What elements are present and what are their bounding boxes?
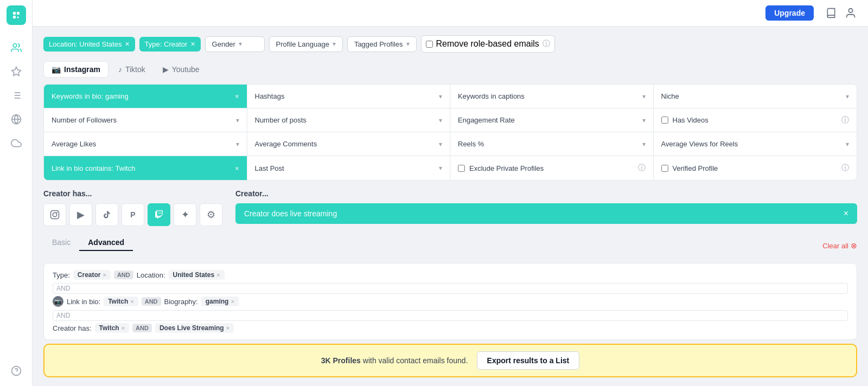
svg-point-15 [57, 213, 58, 213]
link-bio-filter[interactable]: Link in bio contains: Twitch × [44, 156, 247, 180]
exclude-private-info-icon[interactable]: ⓘ [638, 163, 646, 173]
gender-dropdown[interactable]: Gender ▾ [205, 36, 265, 52]
user-circle-icon[interactable] [842, 4, 859, 22]
query-twitch-tag[interactable]: Twitch × [95, 323, 130, 333]
query-type-tag[interactable]: Creator × [73, 270, 111, 280]
has-videos-info-icon[interactable]: ⓘ [841, 115, 849, 125]
has-videos-checkbox[interactable] [661, 117, 668, 124]
location-chip-close[interactable]: × [125, 40, 129, 48]
sidebar-item-cloud[interactable] [7, 133, 26, 153]
creator-has-twitch-btn[interactable] [148, 203, 170, 226]
creator-has-settings-btn[interactable]: ⚙ [200, 203, 222, 226]
creator-has-tiktok-btn[interactable] [95, 203, 118, 226]
query-box: Type: Creator × AND Location: United Sta… [43, 263, 857, 340]
has-videos-label: Has Videos [673, 116, 709, 124]
tab-advanced[interactable]: Advanced [79, 235, 133, 251]
exclude-private-filter[interactable]: Exclude Private Profiles ⓘ [450, 156, 654, 180]
sidebar-item-users[interactable] [7, 38, 26, 57]
profile-language-dropdown[interactable]: Profile Language ▾ [269, 36, 343, 52]
query-type-val: Creator [78, 271, 101, 279]
hashtags-chevron-icon: ▾ [439, 93, 442, 100]
query-link-prefix: Link in bio: [67, 298, 100, 306]
avg-comments-chevron-icon: ▾ [439, 140, 442, 148]
query-line-1: Type: Creator × AND Location: United Sta… [53, 270, 848, 280]
tab-basic[interactable]: Basic [43, 235, 79, 251]
posts-label: Number of posts [255, 116, 307, 124]
keywords-bio-label: Keywords in bio: gaming [52, 92, 129, 100]
svg-point-12 [848, 9, 852, 12]
exclude-private-checkbox[interactable] [458, 165, 465, 172]
exclude-private-label: Exclude Private Profiles [469, 164, 544, 172]
tab-tiktok[interactable]: ♪ Tiktok [111, 61, 153, 78]
query-bio-tag[interactable]: gaming × [201, 297, 239, 306]
app-logo [7, 5, 26, 25]
engagement-filter[interactable]: Engagement Rate ▾ [450, 108, 654, 132]
link-bio-close-icon[interactable]: × [235, 164, 239, 172]
remove-role-filter[interactable]: Remove role-based emails ⓘ [421, 35, 555, 53]
niche-chevron-icon: ▾ [846, 93, 849, 100]
remove-role-checkbox[interactable] [426, 41, 433, 48]
engagement-label: Engagement Rate [458, 116, 515, 124]
creator-has-patreon-btn[interactable]: P [122, 203, 144, 226]
creator-has-youtube-btn[interactable]: ▶ [69, 203, 92, 226]
verified-profile-label: Verified Profile [673, 164, 718, 172]
clear-all-button[interactable]: Clear all ⊗ [822, 241, 857, 250]
tiktok-tab-label: Tiktok [125, 65, 145, 74]
sidebar [0, 0, 33, 386]
last-post-label: Last Post [255, 164, 284, 172]
followers-filter[interactable]: Number of Followers ▾ [44, 108, 247, 132]
sidebar-item-star[interactable] [7, 62, 26, 81]
query-link-remove[interactable]: × [130, 298, 133, 305]
creator-live-chip[interactable]: Creator does live streaming × [235, 203, 857, 224]
query-link-tag[interactable]: Twitch × [104, 297, 138, 306]
query-bio-remove[interactable]: × [231, 298, 234, 305]
type-filter-chip[interactable]: Type: Creator × [139, 37, 201, 52]
verified-profile-info-icon[interactable]: ⓘ [841, 163, 849, 173]
verified-profile-checkbox[interactable] [661, 165, 668, 172]
keywords-bio-close-icon[interactable]: × [235, 92, 239, 100]
sidebar-item-list[interactable] [7, 86, 26, 105]
sidebar-item-help[interactable] [7, 361, 26, 381]
avg-views-reels-filter[interactable]: Average Views for Reels ▾ [654, 132, 857, 156]
niche-filter[interactable]: Niche ▾ [654, 85, 857, 108]
location-chip-label: Location: United States [49, 40, 122, 48]
bottom-bar: 3K Profiles with valid contact emails fo… [43, 344, 857, 377]
tab-youtube[interactable]: ▶ Youtube [155, 61, 207, 78]
avg-views-reels-label: Average Views for Reels [661, 140, 738, 148]
location-filter-chip[interactable]: Location: United States × [43, 37, 135, 52]
reels-filter[interactable]: Reels % ▾ [450, 132, 654, 156]
creator-live-label: Creator does live streaming [244, 209, 337, 218]
query-live-remove[interactable]: × [226, 325, 229, 331]
has-videos-filter[interactable]: Has Videos ⓘ [654, 108, 857, 132]
last-post-filter[interactable]: Last Post ▾ [247, 156, 451, 180]
export-button[interactable]: Export results to a List [477, 351, 580, 370]
remove-role-info-icon[interactable]: ⓘ [542, 39, 550, 49]
query-twitch-val: Twitch [99, 324, 119, 332]
upgrade-button[interactable]: Upgrade [765, 5, 814, 21]
query-live-val: Does Live Streaming [159, 324, 224, 332]
sidebar-item-globe[interactable] [7, 110, 26, 129]
query-loc-remove[interactable]: × [216, 272, 220, 278]
tab-instagram[interactable]: 📷 Instagram [43, 61, 108, 78]
creator-live-close-icon[interactable]: × [844, 209, 848, 218]
avg-likes-filter[interactable]: Average Likes ▾ [44, 132, 247, 156]
tagged-profiles-dropdown[interactable]: Tagged Profiles ▾ [347, 36, 417, 52]
query-type-remove[interactable]: × [103, 272, 106, 278]
posts-filter[interactable]: Number of posts ▾ [247, 108, 451, 132]
avg-comments-filter[interactable]: Average Comments ▾ [247, 132, 451, 156]
creator-section-label: Creator... [235, 189, 857, 198]
hashtags-filter[interactable]: Hashtags ▾ [247, 85, 451, 108]
query-twitch-remove[interactable]: × [122, 325, 125, 331]
query-bio-prefix: Biography: [164, 298, 198, 306]
tabs-and-clear: Basic Advanced Clear all ⊗ [43, 235, 857, 256]
query-loc-tag[interactable]: United States × [169, 270, 225, 280]
book-icon[interactable] [822, 4, 840, 22]
query-live-tag[interactable]: Does Live Streaming × [155, 323, 234, 333]
type-chip-close[interactable]: × [190, 40, 195, 48]
keywords-captions-filter[interactable]: Keywords in captions ▾ [450, 85, 654, 108]
creator-has-instagram-btn[interactable] [43, 203, 66, 226]
remove-role-label: Remove role-based emails [436, 39, 539, 49]
creator-has-other-btn[interactable]: ✦ [174, 203, 196, 226]
keywords-bio-filter[interactable]: Keywords in bio: gaming × [44, 85, 247, 108]
verified-profile-filter[interactable]: Verified Profile ⓘ [654, 156, 857, 180]
